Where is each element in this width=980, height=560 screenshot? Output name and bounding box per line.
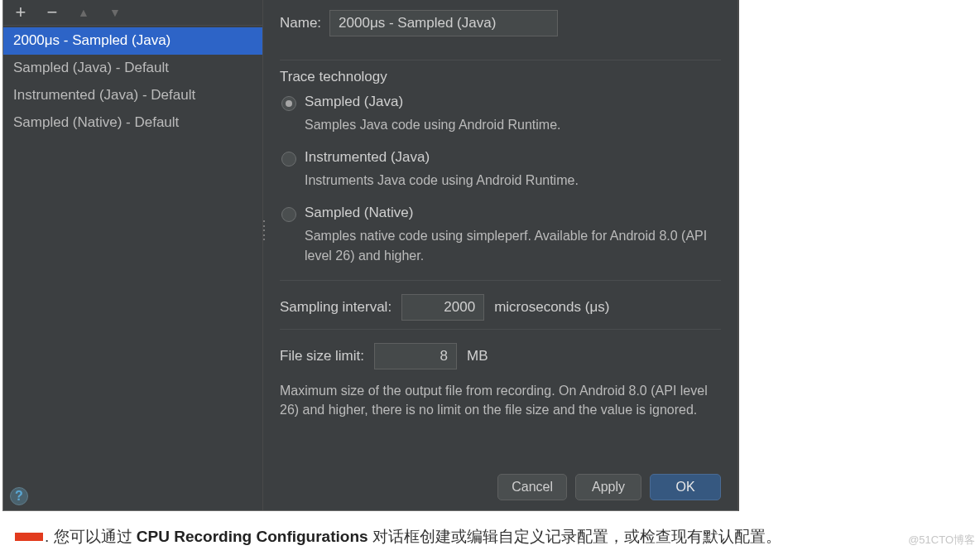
file-size-hint: Maximum size of the output file from rec… xyxy=(280,381,710,419)
radio-option-sampled-java[interactable]: Sampled (Java) Samples Java code using A… xyxy=(281,94,721,146)
sampling-interval-row: Sampling interval: microseconds (μs) xyxy=(280,294,721,321)
name-input[interactable] xyxy=(329,10,558,36)
caption-suffix: 对话框创建或编辑自定义记录配置，或检查现有默认配置。 xyxy=(372,528,781,545)
radio-option-instrumented-java[interactable]: Instrumented (Java) Instruments Java cod… xyxy=(281,149,721,201)
remove-config-button[interactable]: − xyxy=(45,5,60,20)
help-row: ? xyxy=(3,484,262,505)
ok-button[interactable]: OK xyxy=(650,474,721,500)
caption-prefix: . 您可以通过 xyxy=(45,528,137,545)
dialog-buttons: Cancel Apply OK xyxy=(280,466,721,500)
radio-icon[interactable] xyxy=(281,152,296,167)
radio-label: Instrumented (Java) xyxy=(305,149,721,166)
name-row: Name: xyxy=(280,10,721,50)
config-list: 2000μs - Sampled (Java) Sampled (Java) -… xyxy=(3,26,262,484)
sampling-interval-input[interactable] xyxy=(401,294,484,321)
arrow-icon xyxy=(3,529,41,544)
radio-label: Sampled (Java) xyxy=(305,94,721,110)
radio-body: Sampled (Java) Samples Java code using A… xyxy=(305,94,721,146)
radio-body: Instrumented (Java) Instruments Java cod… xyxy=(305,149,721,201)
file-size-input[interactable] xyxy=(374,343,457,369)
move-down-button: ▼ xyxy=(108,5,122,20)
dialog-content: + − ▲ ▼ 2000μs - Sampled (Java) Sampled … xyxy=(3,0,737,510)
sidebar-toolbar: + − ▲ ▼ xyxy=(3,0,262,26)
config-item[interactable]: Sampled (Java) - Default xyxy=(3,55,262,82)
help-icon[interactable]: ? xyxy=(10,487,28,505)
caption-bold: CPU Recording Configurations xyxy=(137,528,368,545)
config-item[interactable]: Sampled (Native) - Default xyxy=(3,109,262,137)
sampling-interval-label: Sampling interval: xyxy=(280,299,392,316)
file-size-row: File size limit: MB xyxy=(280,343,721,369)
radio-option-sampled-native[interactable]: Sampled (Native) Samples native code usi… xyxy=(281,205,721,276)
trace-radiogroup: Sampled (Java) Samples Java code using A… xyxy=(280,94,721,280)
divider xyxy=(280,329,721,330)
config-item[interactable]: Instrumented (Java) - Default xyxy=(3,82,262,109)
radio-label: Sampled (Native) xyxy=(305,205,721,221)
trace-technology-title: Trace technology xyxy=(280,69,721,85)
move-up-button: ▲ xyxy=(76,5,91,20)
cpu-recording-config-dialog: + − ▲ ▼ 2000μs - Sampled (Java) Sampled … xyxy=(2,0,739,511)
radio-desc: Samples native code using simpleperf. Av… xyxy=(305,226,721,264)
apply-button[interactable]: Apply xyxy=(575,474,641,500)
radio-desc: Samples Java code using Android Runtime. xyxy=(305,115,721,134)
radio-body: Sampled (Native) Samples native code usi… xyxy=(305,205,721,276)
cancel-button[interactable]: Cancel xyxy=(497,474,567,500)
caption-text: . 您可以通过 CPU Recording Configurations 对话框… xyxy=(0,511,980,548)
radio-desc: Instruments Java code using Android Runt… xyxy=(305,171,721,190)
file-size-unit: MB xyxy=(467,348,488,364)
config-sidebar: + − ▲ ▼ 2000μs - Sampled (Java) Sampled … xyxy=(3,0,263,510)
radio-icon[interactable] xyxy=(281,96,296,111)
divider xyxy=(280,280,721,281)
file-size-label: File size limit: xyxy=(280,348,364,364)
watermark: @51CTO博客 xyxy=(908,533,975,548)
drag-grip[interactable] xyxy=(263,220,267,240)
divider xyxy=(280,60,721,60)
add-config-button[interactable]: + xyxy=(13,5,28,20)
radio-icon[interactable] xyxy=(281,207,296,222)
name-label: Name: xyxy=(280,15,321,31)
main-panel: Name: Trace technology Sampled (Java) Sa… xyxy=(263,0,737,510)
sampling-interval-unit: microseconds (μs) xyxy=(494,299,609,316)
config-item-selected[interactable]: 2000μs - Sampled (Java) xyxy=(3,27,262,55)
